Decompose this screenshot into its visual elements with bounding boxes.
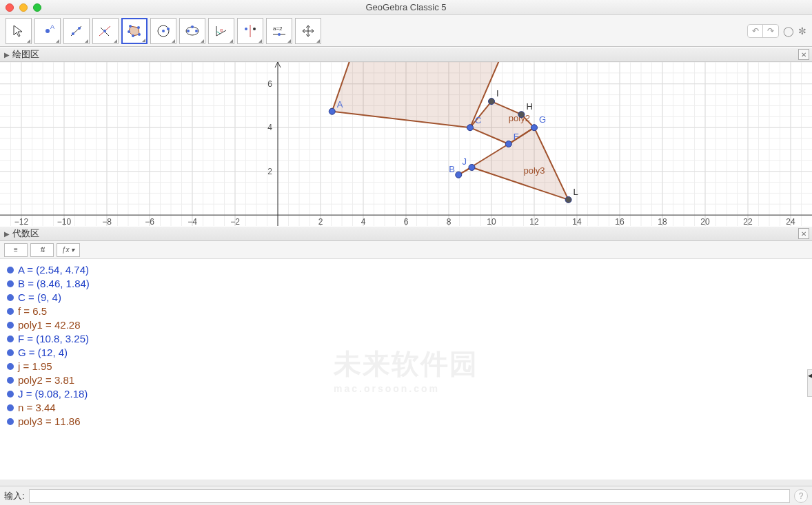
svg-text:2: 2 — [267, 167, 272, 176]
tool-reflect[interactable] — [237, 18, 263, 44]
svg-point-0 — [45, 29, 50, 33]
graphics-view[interactable]: −12−10−8−6−4−224681012141618202224246pol… — [0, 62, 812, 226]
svg-text:F: F — [514, 132, 519, 142]
svg-point-10 — [137, 26, 140, 29]
close-window-button[interactable] — [6, 3, 14, 12]
input-bar: 输入: ? — [0, 486, 812, 505]
tool-slider[interactable]: a=2 — [266, 18, 292, 44]
tool-polygon[interactable] — [121, 18, 148, 44]
main-toolbar: A α a=2 ↶ ↷ ◯ ✼ — [0, 15, 812, 47]
tool-angle[interactable]: α — [208, 18, 234, 44]
svg-point-7 — [103, 30, 106, 32]
tool-perpendicular[interactable] — [92, 18, 119, 44]
svg-text:8: 8 — [447, 217, 451, 226]
algebra-aux-button[interactable]: ⇅ — [30, 243, 54, 257]
settings-icon[interactable]: ✼ — [798, 25, 806, 37]
svg-text:20: 20 — [700, 217, 710, 226]
svg-text:−10: −10 — [57, 217, 72, 226]
help-icon[interactable]: ◯ — [783, 25, 794, 37]
algebra-item[interactable]: j = 1.95 — [7, 360, 805, 373]
svg-point-170 — [456, 172, 462, 178]
tool-circle[interactable] — [150, 18, 176, 44]
side-handle[interactable]: ◂ — [807, 369, 812, 397]
svg-point-27 — [278, 33, 281, 36]
svg-point-178 — [518, 112, 525, 118]
titlebar: GeoGebra Classic 5 — [0, 0, 812, 15]
svg-point-18 — [187, 30, 190, 32]
svg-text:16: 16 — [615, 217, 625, 226]
svg-point-23 — [245, 28, 247, 30]
algebra-panel-title: 代数区 — [12, 227, 39, 240]
svg-text:−6: −6 — [145, 217, 154, 226]
svg-point-16 — [167, 28, 170, 30]
algebra-item[interactable]: B = (8.46, 1.84) — [7, 277, 805, 291]
algebra-item[interactable]: F = (10.8, 3.25) — [7, 332, 805, 346]
tool-move-view[interactable] — [295, 18, 321, 44]
svg-text:24: 24 — [786, 217, 795, 226]
svg-point-20 — [191, 25, 194, 28]
command-input[interactable] — [29, 489, 790, 503]
undo-redo: ↶ ↷ — [747, 24, 779, 38]
svg-text:4: 4 — [361, 217, 366, 226]
close-algebra-panel[interactable]: ✕ — [798, 228, 809, 239]
svg-point-15 — [162, 30, 165, 32]
svg-text:−12: −12 — [14, 217, 29, 226]
algebra-item[interactable]: poly1 = 42.28 — [7, 318, 805, 332]
algebra-sort-button[interactable]: ≡ — [4, 243, 28, 257]
tool-ellipse[interactable] — [179, 18, 205, 44]
collapse-triangle-icon: ▶ — [4, 51, 10, 59]
algebra-fx-button[interactable]: ƒx ▾ — [57, 243, 80, 257]
svg-point-3 — [72, 32, 74, 35]
svg-point-168 — [329, 108, 335, 114]
redo-button[interactable]: ↷ — [763, 25, 778, 37]
graphics-panel-header[interactable]: ▶ 绘图区 ✕ — [0, 47, 812, 62]
algebra-item[interactable]: C = (9, 4) — [7, 291, 805, 305]
algebra-item[interactable]: f = 6.5 — [7, 305, 805, 318]
algebra-item[interactable]: poly2 = 3.81 — [7, 373, 805, 387]
svg-text:2: 2 — [318, 217, 323, 226]
svg-point-172 — [467, 125, 474, 131]
window-title: GeoGebra Classic 5 — [365, 2, 446, 12]
tool-move[interactable] — [6, 18, 32, 44]
close-graphics-panel[interactable]: ✕ — [798, 49, 809, 60]
svg-text:B: B — [449, 164, 455, 174]
svg-text:a=2: a=2 — [273, 25, 283, 32]
zoom-window-button[interactable] — [33, 3, 41, 12]
svg-point-9 — [129, 25, 132, 28]
tool-line[interactable] — [63, 18, 90, 44]
svg-point-4 — [78, 27, 81, 30]
svg-point-180 — [489, 99, 495, 105]
algebra-item[interactable]: A = (2.54, 4.74) — [7, 263, 805, 277]
svg-point-19 — [195, 30, 198, 32]
window-controls — [6, 3, 41, 12]
svg-text:A: A — [337, 99, 343, 110]
svg-text:14: 14 — [572, 217, 582, 226]
undo-button[interactable]: ↶ — [748, 25, 763, 37]
algebra-toolbar: ≡ ⇅ ƒx ▾ — [0, 241, 812, 259]
minimize-window-button[interactable] — [19, 3, 28, 12]
svg-point-12 — [132, 34, 134, 37]
svg-text:6: 6 — [404, 217, 409, 226]
algebra-view[interactable]: A = (2.54, 4.74)B = (8.46, 1.84)C = (9, … — [0, 259, 812, 480]
svg-text:A: A — [50, 23, 54, 30]
algebra-panel-header[interactable]: ▶ 代数区 ✕ — [0, 226, 812, 241]
svg-text:4: 4 — [267, 123, 272, 132]
input-help-button[interactable]: ? — [794, 489, 808, 503]
algebra-item[interactable]: J = (9.08, 2.18) — [7, 387, 805, 401]
input-label: 输入: — [4, 490, 25, 502]
svg-point-182 — [469, 164, 475, 170]
algebra-item[interactable]: n = 3.44 — [7, 401, 805, 415]
svg-text:22: 22 — [743, 217, 753, 226]
svg-text:G: G — [539, 114, 546, 125]
svg-point-13 — [128, 30, 130, 33]
svg-text:C: C — [475, 115, 481, 125]
algebra-item[interactable]: G = (12, 4) — [7, 346, 805, 360]
algebra-item[interactable]: poly3 = 11.86 — [7, 415, 805, 429]
svg-text:−4: −4 — [187, 217, 197, 226]
graphics-panel-title: 绘图区 — [12, 48, 39, 61]
svg-text:poly3: poly3 — [524, 165, 545, 176]
svg-text:I: I — [496, 88, 499, 99]
svg-point-24 — [253, 28, 256, 30]
tool-point[interactable]: A — [34, 18, 61, 44]
svg-text:L: L — [574, 187, 578, 197]
